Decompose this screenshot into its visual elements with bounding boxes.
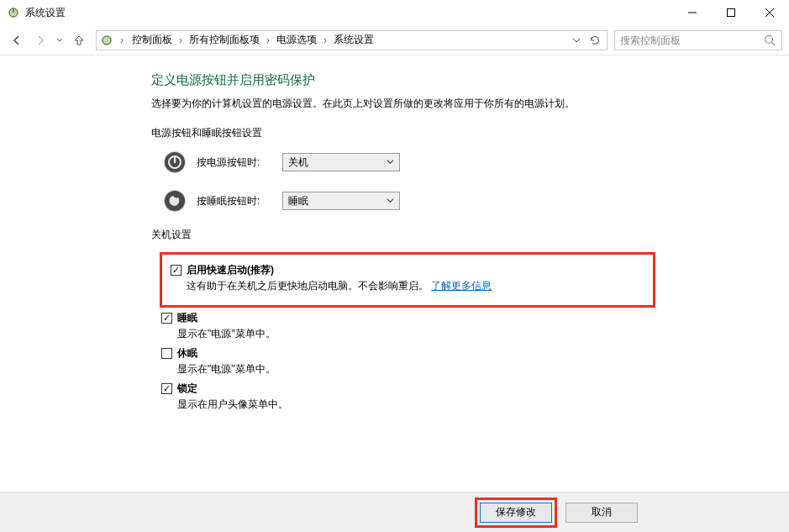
breadcrumb-item[interactable]: 电源选项 bbox=[275, 31, 318, 49]
fast-startup-checkbox[interactable] bbox=[171, 265, 181, 276]
app-icon bbox=[7, 6, 20, 19]
highlight-save-button: 保存修改 bbox=[475, 498, 557, 528]
sleep-icon bbox=[163, 189, 187, 213]
power-icon bbox=[163, 150, 187, 174]
titlebar: 系统设置 bbox=[0, 0, 789, 25]
section-shutdown-title: 关机设置 bbox=[151, 228, 655, 242]
power-button-dropdown[interactable]: 关机 bbox=[282, 153, 400, 171]
sleep-checkbox[interactable] bbox=[161, 313, 172, 324]
breadcrumb-sep-icon: › bbox=[263, 34, 273, 46]
navbar: › 控制面板 › 所有控制面板项 › 电源选项 › 系统设置 bbox=[0, 25, 789, 55]
sleep-label: 睡眠 bbox=[177, 311, 197, 325]
search-input[interactable] bbox=[620, 34, 763, 46]
svg-point-5 bbox=[765, 35, 773, 43]
close-button[interactable] bbox=[750, 0, 789, 25]
minimize-button[interactable] bbox=[673, 0, 712, 25]
refresh-button[interactable] bbox=[586, 32, 603, 49]
nav-history-dropdown[interactable] bbox=[54, 37, 66, 44]
window-controls bbox=[673, 0, 789, 25]
window-title: 系统设置 bbox=[25, 6, 66, 20]
svg-rect-2 bbox=[728, 9, 735, 17]
content: 定义电源按钮并启用密码保护 选择要为你的计算机设置的电源设置。在此页上对设置所做… bbox=[0, 55, 789, 492]
sleep-button-row: 按睡眠按钮时: 睡眠 bbox=[163, 189, 655, 213]
page-heading: 定义电源按钮并启用密码保护 bbox=[151, 72, 655, 88]
sleep-button-dropdown[interactable]: 睡眠 bbox=[282, 192, 400, 210]
page-description: 选择要为你的计算机设置的电源设置。在此页上对设置所做的更改将应用于你所有的电源计… bbox=[151, 97, 655, 111]
cancel-button[interactable]: 取消 bbox=[565, 503, 638, 523]
learn-more-link[interactable]: 了解更多信息 bbox=[431, 280, 492, 292]
sleep-desc: 显示在"电源"菜单中。 bbox=[177, 327, 655, 341]
breadcrumb-sep-icon: › bbox=[117, 34, 127, 46]
breadcrumb-sep-icon: › bbox=[176, 34, 186, 46]
chevron-down-icon bbox=[387, 195, 394, 207]
hibernate-label: 休眠 bbox=[177, 346, 197, 361]
section-power-buttons-title: 电源按钮和睡眠按钮设置 bbox=[151, 126, 655, 140]
breadcrumb-item[interactable]: 控制面板 bbox=[130, 31, 174, 49]
breadcrumb-item[interactable]: 系统设置 bbox=[332, 31, 376, 49]
power-button-row: 按电源按钮时: 关机 bbox=[163, 150, 655, 174]
addressbar[interactable]: › 控制面板 › 所有控制面板项 › 电源选项 › 系统设置 bbox=[96, 30, 608, 50]
addressbar-dropdown-button[interactable] bbox=[568, 32, 585, 49]
fast-startup-label: 启用快速启动(推荐) bbox=[187, 263, 274, 277]
power-button-label: 按电源按钮时: bbox=[197, 155, 272, 170]
maximize-button[interactable] bbox=[712, 0, 750, 25]
nav-up-button[interactable] bbox=[69, 30, 89, 50]
hibernate-checkbox[interactable] bbox=[161, 348, 172, 359]
highlight-fast-startup: 启用快速启动(推荐) 这有助于在关机之后更快地启动电脑。不会影响重启。 了解更多… bbox=[160, 252, 655, 308]
dropdown-value: 关机 bbox=[288, 155, 387, 170]
save-button[interactable]: 保存修改 bbox=[480, 503, 552, 523]
breadcrumb-sep-icon: › bbox=[320, 34, 330, 46]
addressbar-icon bbox=[100, 34, 113, 47]
lock-checkbox[interactable] bbox=[161, 383, 172, 394]
breadcrumb: 控制面板 › 所有控制面板项 › 电源选项 › 系统设置 bbox=[130, 31, 376, 49]
lock-desc: 显示在用户头像菜单中。 bbox=[177, 398, 655, 412]
sleep-button-label: 按睡眠按钮时: bbox=[197, 194, 272, 208]
breadcrumb-item[interactable]: 所有控制面板项 bbox=[187, 31, 261, 49]
footer: 保存修改 取消 bbox=[0, 492, 789, 532]
chevron-down-icon bbox=[387, 156, 394, 168]
fast-startup-desc: 这有助于在关机之后更快地启动电脑。不会影响重启。 bbox=[187, 280, 429, 292]
nav-back-button[interactable] bbox=[7, 30, 27, 50]
svg-point-3 bbox=[102, 35, 112, 45]
dropdown-value: 睡眠 bbox=[288, 194, 387, 208]
hibernate-desc: 显示在"电源"菜单中。 bbox=[177, 362, 655, 377]
searchbox[interactable] bbox=[614, 30, 782, 50]
lock-label: 锁定 bbox=[177, 382, 197, 396]
search-icon bbox=[763, 34, 776, 47]
nav-forward-button[interactable] bbox=[30, 30, 50, 50]
